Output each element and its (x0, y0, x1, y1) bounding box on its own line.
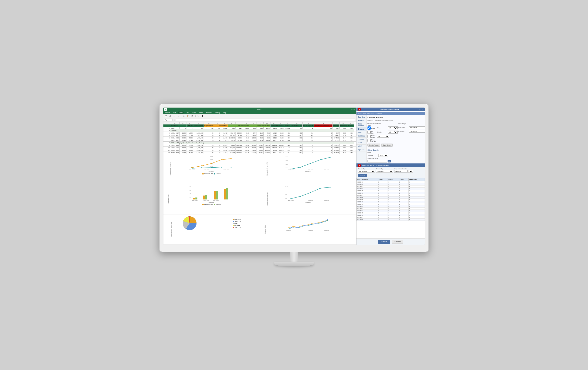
drake-nav-bank-products[interactable]: Bank Products (356, 122, 366, 127)
print-select[interactable]: All (388, 126, 398, 129)
drake-nav-sign-out[interactable]: Sign Out (356, 148, 366, 151)
crsip-table-row[interactable]: 0000001 0 0 0 0 (357, 181, 425, 183)
menu-tools[interactable]: Tools (178, 111, 184, 114)
toolbar-btn-2[interactable]: 🖨 (169, 115, 172, 118)
crsip-row-c3: 0 (398, 190, 409, 192)
toolbar-btn-8[interactable]: I (195, 115, 196, 118)
legend-lossless-2: Lossless (214, 203, 220, 205)
drake-nav-overview[interactable]: Overview (356, 115, 366, 119)
crsip-row-c2: 0 (388, 181, 398, 183)
ssn-input[interactable] (368, 160, 387, 162)
crsip-row-c1: 0 (377, 190, 388, 192)
menu-setting[interactable]: Setting (214, 111, 221, 114)
search-by-2-select[interactable]: Contents (376, 170, 393, 173)
excel-menu-bar[interactable]: Home Edit Tools Data View Insert Format … (163, 111, 356, 114)
crsip-row-num: 0000014 (357, 210, 377, 212)
crsip-table-row[interactable]: 0000013 0 0 0 0 (357, 208, 425, 210)
menu-format[interactable]: Format (205, 111, 212, 114)
drake-nav-summary[interactable]: Summary (356, 134, 366, 138)
keyword-modifier-select[interactable]: ▼ (408, 170, 413, 173)
crsip-table-row[interactable]: 0000011 0 0 0 0 (357, 203, 425, 205)
crsip-table-row[interactable]: 0000004 0 0 0 0 (357, 188, 425, 190)
efin-row: EFIN (368, 152, 425, 153)
crsip-row-c1: 0 (377, 205, 388, 208)
menu-edit[interactable]: Edit (172, 111, 177, 114)
select-btn[interactable]: Select (378, 240, 390, 244)
direct-deposit-select[interactable]: All (377, 135, 389, 138)
drake-nav-checks[interactable]: Checks (356, 127, 366, 131)
keyword-input[interactable] (394, 170, 408, 173)
formula-input[interactable] (176, 119, 355, 121)
cancel-btn[interactable]: Cancel (392, 240, 403, 244)
crsip-table-row[interactable]: 0000005 0 0 0 0 (357, 190, 425, 192)
create-report-btn[interactable]: Create Report (368, 144, 380, 147)
toolbar-btn-4[interactable]: ↪ (177, 115, 180, 118)
direct-deposit-checkbox[interactable] (368, 139, 371, 142)
drake-nav-fees[interactable]: Fees (356, 131, 366, 134)
save-report-btn[interactable]: Save Report (381, 144, 393, 147)
drake-nav-mom[interactable]: MOM (356, 145, 366, 148)
start-date-input[interactable] (409, 126, 425, 129)
excel-main: ABC DEF GHI JKL MNO PQR ST UV (163, 122, 356, 245)
sv-card-checkbox[interactable] (368, 131, 371, 134)
crsip-row-c1: 0 (377, 203, 388, 205)
name-box[interactable] (164, 119, 173, 121)
crsip-table-row[interactable]: 0000002 0 0 0 0 (357, 183, 425, 185)
svg-point-22 (300, 167, 301, 168)
crsip-table-row[interactable]: 0000007 0 0 0 0 (357, 194, 425, 197)
crsip-table-row[interactable]: 0000018 0 0 0 0 (357, 219, 425, 221)
crsip-table-row[interactable]: 0000015 0 0 0 0 (357, 212, 425, 214)
drake-nav-tools[interactable]: Tools (356, 141, 366, 145)
pie-legend-3: Other (233, 223, 241, 224)
svg-text:2650 x 1600: 2650 x 1600 (324, 169, 329, 171)
crsip-row-num: 0000013 (357, 208, 377, 210)
crsip-table-row[interactable]: 0000017 0 0 0 0 (357, 216, 425, 219)
crsip-table-row[interactable]: 0000014 0 0 0 0 (357, 210, 425, 212)
crsip-row-num: 0000006 (357, 192, 377, 194)
crsip-search-btn[interactable]: Search (358, 174, 367, 177)
svg-point-5 (201, 167, 202, 168)
search-client-btn[interactable]: ▶ (388, 160, 391, 162)
crsip-row-name: 0 (409, 192, 425, 194)
crsip-row-name: 0 (409, 216, 425, 219)
menu-home[interactable]: Home (165, 111, 171, 114)
menu-view[interactable]: View (192, 111, 197, 114)
crsip-table-row[interactable]: 0000003 0 0 0 0 (357, 185, 425, 188)
drake-nav-options[interactable]: Options (356, 138, 366, 141)
toolbar-btn-1[interactable]: 💾 (164, 115, 168, 118)
crsip-table-row[interactable]: 0000006 0 0 0 0 (357, 192, 425, 194)
crsip-table-row[interactable]: 0000009 0 0 0 0 (357, 199, 425, 201)
toolbar-btn-9[interactable]: U (197, 115, 200, 118)
drake-nav-returns[interactable]: Returns (356, 119, 366, 122)
crsip-panel: S Search CRSIP US MutualFunds – □ × Sear… (356, 163, 425, 245)
chart3-y-label: Respective Sizes (168, 195, 169, 204)
report-actions: Create Report Save Report (368, 144, 425, 147)
crsip-table-row[interactable]: 0000016 0 0 0 0 (357, 214, 425, 216)
crsip-row-c1: 0 (377, 192, 388, 194)
check2-select[interactable]: All (388, 131, 398, 134)
toolbar-btn-6[interactable]: 📋 (186, 115, 190, 118)
svg-point-7 (221, 167, 222, 168)
drake-return-btn[interactable]: Return to Drake Support Home (356, 112, 425, 115)
check-checkbox[interactable] (368, 126, 371, 130)
bank-check-checkbox[interactable] (368, 135, 371, 138)
toolbar-btn-5[interactable]: ✂ (183, 115, 185, 118)
date-range-label: Date Range (398, 123, 425, 126)
svg-point-9 (191, 167, 192, 168)
chart-pie: Uncompressed Frame Size (163, 214, 260, 245)
toolbar-btn-7[interactable]: B (191, 115, 194, 118)
crsip-table-row[interactable]: 0000012 0 0 0 0 (357, 205, 425, 208)
menu-data[interactable]: Data (185, 111, 190, 114)
toolbar-btn-3[interactable]: ↩ (173, 115, 176, 118)
chart4-x-label: Resolution (261, 201, 355, 203)
end-date-input[interactable] (409, 130, 425, 133)
crsip-row-name: 0 (409, 212, 425, 214)
menu-insert[interactable]: Insert (198, 111, 204, 114)
crsip-table-row[interactable]: 0000008 0 0 0 0 (357, 197, 425, 199)
tax-year-select[interactable]: 2018 (378, 154, 388, 157)
menu-help[interactable]: Help (222, 111, 227, 114)
crsip-row-c2: 0 (388, 214, 398, 216)
search-by-1-select[interactable]: Fund name (358, 170, 375, 173)
crsip-table-row[interactable]: 0000010 0 0 0 0 (357, 201, 425, 203)
crsip-row-num: 0000008 (357, 197, 377, 199)
